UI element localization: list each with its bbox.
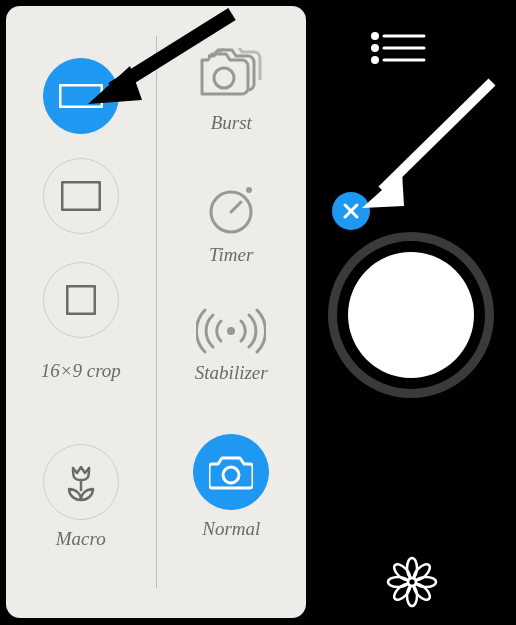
svg-line-5 xyxy=(231,202,241,212)
timer-label: Timer xyxy=(209,244,253,266)
mode-normal[interactable]: Normal xyxy=(193,434,269,552)
tulip-icon xyxy=(62,462,100,502)
annotation-arrow-black xyxy=(82,4,242,124)
stabilizer-icon xyxy=(196,308,266,354)
shutter-button[interactable] xyxy=(328,232,494,398)
timer-icon xyxy=(203,180,259,236)
svg-point-7 xyxy=(227,327,235,335)
macro-label: Macro xyxy=(56,528,106,550)
rect-43-icon xyxy=(61,181,101,211)
camera-icon xyxy=(209,454,253,490)
normal-label: Normal xyxy=(202,518,260,540)
svg-point-13 xyxy=(373,58,378,63)
mode-timer[interactable]: Timer xyxy=(203,180,259,308)
rect-square-icon xyxy=(66,285,96,315)
list-icon[interactable] xyxy=(370,30,428,66)
crop-option-square[interactable] xyxy=(43,262,119,352)
crop-option-43[interactable] xyxy=(43,158,119,262)
annotation-arrow-white xyxy=(352,68,512,228)
svg-point-8 xyxy=(223,467,239,483)
stabilizer-label: Stabilizer xyxy=(195,362,268,384)
mode-stabilizer[interactable]: Stabilizer xyxy=(195,308,268,434)
svg-point-11 xyxy=(373,46,378,51)
camera-app-screen: 16×9 crop Macro xyxy=(0,0,516,625)
svg-rect-1 xyxy=(62,182,100,210)
svg-point-9 xyxy=(373,34,378,39)
flower-icon[interactable] xyxy=(386,556,438,608)
crop-caption: 16×9 crop xyxy=(41,360,121,382)
mode-macro[interactable]: Macro xyxy=(43,444,119,554)
svg-rect-2 xyxy=(67,286,95,314)
svg-line-21 xyxy=(382,82,492,190)
svg-point-6 xyxy=(246,187,252,193)
svg-marker-22 xyxy=(362,172,404,208)
